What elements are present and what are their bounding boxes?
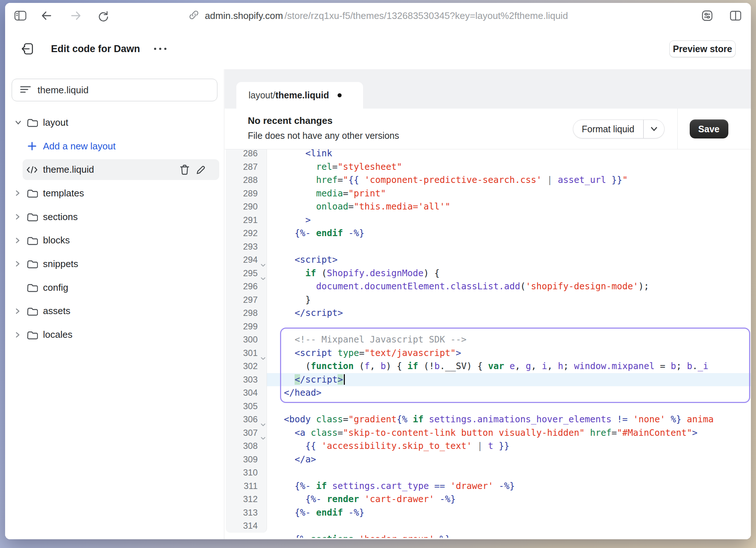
code-line[interactable]: 298 </script>: [225, 306, 751, 320]
sidebar-item-assets[interactable]: assets: [5, 300, 224, 323]
code-text[interactable]: </head>: [267, 386, 751, 400]
code-text[interactable]: onload="this.media='all'": [267, 200, 751, 214]
code-text[interactable]: [267, 519, 751, 533]
back-icon[interactable]: [39, 8, 54, 23]
chevron-right-icon[interactable]: [15, 331, 26, 338]
code-line[interactable]: 313 {%- endif -%}: [225, 506, 751, 520]
code-text[interactable]: [267, 240, 751, 254]
code-line[interactable]: 295 if (Shopify.designMode) {: [225, 267, 751, 280]
code-text[interactable]: {%- endif -%}: [267, 227, 751, 240]
preview-store-button[interactable]: Preview store: [669, 40, 736, 57]
code-line[interactable]: 288 href="{{ 'component-predictive-searc…: [225, 173, 751, 187]
code-line[interactable]: 306<body class="gradient{% if settings.a…: [225, 413, 751, 426]
code-text[interactable]: if (Shopify.designMode) {: [267, 267, 751, 280]
code-line[interactable]: 308 {{ 'accessibility.skip_to_text' | t …: [225, 439, 751, 453]
code-text[interactable]: {% sections 'header-group' %}: [267, 533, 751, 538]
code-text[interactable]: </script>: [267, 373, 751, 387]
split-view-icon[interactable]: [728, 8, 743, 23]
code-text[interactable]: href="{{ 'component-predictive-search.cs…: [267, 173, 751, 187]
code-line[interactable]: 310: [225, 466, 751, 480]
code-line[interactable]: 287 rel="stylesheet": [225, 160, 751, 174]
save-button[interactable]: Save: [690, 120, 728, 138]
code-text[interactable]: {%- render 'cart-drawer' -%}: [267, 493, 751, 506]
code-line[interactable]: 286 <link: [225, 149, 751, 160]
code-line[interactable]: 299: [225, 320, 751, 333]
code-line[interactable]: 294 <script>: [225, 253, 751, 267]
code-text[interactable]: document.documentElement.classList.add('…: [267, 280, 751, 293]
code-line[interactable]: 305: [225, 400, 751, 413]
code-line[interactable]: 307 <a class="skip-to-content-link butto…: [225, 426, 751, 440]
forward-icon[interactable]: [68, 8, 83, 23]
chevron-right-icon[interactable]: [15, 213, 26, 220]
code-line[interactable]: 293: [225, 240, 751, 254]
tab-theme-liquid[interactable]: layout/theme.liquid: [236, 82, 363, 109]
code-line[interactable]: 303 </script>: [225, 373, 751, 387]
code-text[interactable]: </a>: [267, 453, 751, 466]
sidebar-item-snippets[interactable]: snippets: [5, 252, 224, 276]
sidebar-item-templates[interactable]: templates: [5, 181, 224, 205]
code-line[interactable]: 296 document.documentElement.classList.a…: [225, 280, 751, 293]
code-text[interactable]: <script>: [267, 253, 751, 267]
code-line[interactable]: 301 <script type="text/javascript">: [225, 347, 751, 360]
code-text[interactable]: [267, 320, 751, 333]
text-cursor: [344, 374, 345, 385]
code-line[interactable]: 297 }: [225, 293, 751, 307]
sidebar-toggle-icon[interactable]: [13, 8, 28, 23]
code-text[interactable]: }: [267, 293, 751, 307]
exit-editor-icon[interactable]: [20, 40, 37, 58]
sidebar-item-label: sections: [43, 211, 78, 223]
format-liquid-button[interactable]: Format liquid: [573, 120, 665, 138]
sidebar-item-label: layout: [43, 117, 68, 128]
code-line[interactable]: 304</head>: [225, 386, 751, 400]
chevron-down-icon[interactable]: [15, 120, 26, 125]
code-line[interactable]: 300 <!-- Mixpanel Javascript SDK -->: [225, 333, 751, 347]
code-text[interactable]: {{ 'accessibility.skip_to_text' | t }}: [267, 439, 751, 453]
sidebar-item-theme-liquid[interactable]: theme.liquid: [5, 158, 224, 181]
code-text[interactable]: rel="stylesheet": [267, 160, 751, 174]
code-text[interactable]: {%- endif -%}: [267, 506, 751, 520]
code-line[interactable]: 291 >: [225, 214, 751, 227]
page-settings-icon[interactable]: [700, 8, 714, 23]
file-search-input[interactable]: theme.liquid: [12, 79, 217, 101]
code-text[interactable]: (function (f, b) { if (!b.__SV) { var e,…: [267, 360, 751, 373]
reload-icon[interactable]: [96, 8, 111, 23]
format-options-chevron-icon[interactable]: [644, 120, 664, 138]
code-line[interactable]: 302 (function (f, b) { if (!b.__SV) { va…: [225, 360, 751, 373]
code-text[interactable]: <link: [267, 149, 751, 160]
line-number: 310: [226, 466, 267, 480]
code-line[interactable]: 315 {% sections 'header-group' %}: [225, 533, 751, 538]
sidebar-item-blocks[interactable]: blocks: [5, 228, 224, 252]
url-field[interactable]: admin.shopify.com/store/rzq1xu-f5/themes…: [188, 3, 568, 28]
code-text[interactable]: <!-- Mixpanel Javascript SDK -->: [267, 333, 751, 347]
code-line[interactable]: 309 </a>: [225, 453, 751, 466]
chevron-right-icon[interactable]: [15, 308, 26, 315]
code-text[interactable]: media="print": [267, 187, 751, 200]
sidebar-item-locales[interactable]: locales: [5, 323, 224, 347]
code-text[interactable]: <a class="skip-to-content-link button vi…: [267, 426, 751, 440]
rename-file-icon[interactable]: [195, 164, 206, 175]
code-line[interactable]: 312 {%- render 'cart-drawer' -%}: [225, 493, 751, 506]
code-text[interactable]: [267, 400, 751, 413]
chevron-right-icon[interactable]: [15, 189, 26, 197]
code-text[interactable]: </script>: [267, 306, 751, 320]
more-actions-icon[interactable]: [151, 42, 170, 56]
delete-file-icon[interactable]: [179, 164, 190, 176]
code-line[interactable]: 314: [225, 519, 751, 533]
sidebar-item-sections[interactable]: sections: [5, 205, 224, 229]
chevron-right-icon[interactable]: [15, 237, 26, 244]
code-text[interactable]: <script type="text/javascript">: [267, 347, 751, 360]
code-text[interactable]: [267, 466, 751, 480]
code-text[interactable]: >: [267, 214, 751, 227]
code-line[interactable]: 292 {%- endif -%}: [225, 227, 751, 240]
folder-icon: [26, 117, 38, 128]
code-text[interactable]: {%- if settings.cart_type == 'drawer' -%…: [267, 480, 751, 493]
code-line[interactable]: 290 onload="this.media='all'": [225, 200, 751, 214]
sidebar-item-add-a-new-layout[interactable]: Add a new layout: [5, 134, 224, 158]
sidebar-item-layout[interactable]: layout: [5, 111, 224, 134]
sidebar-item-config[interactable]: config: [5, 276, 224, 300]
code-line[interactable]: 289 media="print": [225, 187, 751, 200]
chevron-right-icon[interactable]: [15, 260, 26, 267]
code-line[interactable]: 311 {%- if settings.cart_type == 'drawer…: [225, 480, 751, 493]
code-text[interactable]: <body class="gradient{% if settings.anim…: [267, 413, 751, 426]
code-editor[interactable]: 286 <link287 rel="stylesheet"288 href="{…: [225, 149, 751, 538]
